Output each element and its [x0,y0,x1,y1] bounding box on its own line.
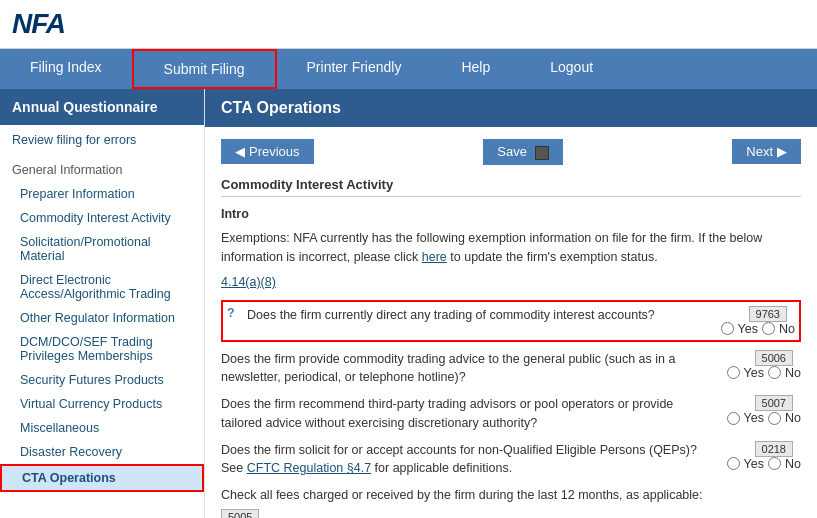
radio-group-2: Yes No [727,366,801,380]
sidebar: Annual Questionnaire Review filing for e… [0,89,205,518]
cb-badge-1: 5005 [221,509,259,518]
question-badge-2: 5006 [755,350,793,366]
answer-area-3: 5007 Yes No [701,395,801,425]
sidebar-security-futures[interactable]: Security Futures Products [0,368,204,392]
q4-no-radio[interactable] [768,457,781,470]
question-row-2: Does the firm provide commodity trading … [221,350,801,388]
nav-submit-filing[interactable]: Submit Filing [132,49,277,89]
sidebar-dcm-dco[interactable]: DCM/DCO/SEF Trading Privileges Membershi… [0,330,204,368]
sidebar-disaster-recovery[interactable]: Disaster Recovery [0,440,204,464]
question-row-1: ? Does the firm currently direct any tra… [221,300,801,342]
nav-filing-index[interactable]: Filing Index [0,49,132,89]
check-fees-label: Check all fees charged or received by th… [221,486,801,505]
radio-group-3: Yes No [727,411,801,425]
question-badge-1: 9763 [749,306,787,322]
sidebar-virtual-currency[interactable]: Virtual Currency Products [0,392,204,416]
nav-help[interactable]: Help [431,49,520,89]
question-badge-4: 0218 [755,441,793,457]
sidebar-section-general: General Information [0,158,204,182]
nav-printer-friendly[interactable]: Printer Friendly [277,49,432,89]
form-area: ◀ Previous Save Next ▶ Commodity Interes… [205,127,817,518]
sidebar-other-regulator[interactable]: Other Regulator Information [0,306,204,330]
header: NFA [0,0,817,49]
intro-reg: 4.14(a)(8) [221,273,801,292]
intro-body: Exemptions: NFA currently has the follow… [221,229,801,267]
question-text-1: Does the firm currently direct any tradi… [247,306,695,325]
question-row-3: Does the firm recommend third-party trad… [221,395,801,433]
q2-no-radio[interactable] [768,366,781,379]
q2-yes-radio[interactable] [727,366,740,379]
main-layout: Annual Questionnaire Review filing for e… [0,89,817,518]
intro-reg-link[interactable]: 4.14(a)(8) [221,275,276,289]
nav-buttons: ◀ Previous Save Next ▶ [221,139,801,165]
left-arrow-icon: ◀ [235,144,245,159]
question-row-4: Does the firm solicit for or accept acco… [221,441,801,479]
sidebar-commodity-interest[interactable]: Commodity Interest Activity [0,206,204,230]
save-button[interactable]: Save [483,139,562,165]
previous-button[interactable]: ◀ Previous [221,139,314,164]
answer-area-4: 0218 Yes No [701,441,801,471]
sidebar-miscellaneous[interactable]: Miscellaneous [0,416,204,440]
question-icon-1: ? [227,306,241,320]
sidebar-title: Annual Questionnaire [0,89,204,125]
checkbox-row-1: 5005 [221,509,801,518]
q1-yes-label: Yes [738,322,758,336]
radio-group-1: Yes No [721,322,795,336]
sidebar-review-link[interactable]: Review filing for errors [0,125,204,152]
q1-no-radio[interactable] [762,322,775,335]
nfa-logo: NFA [12,8,65,40]
save-disk-icon [535,146,549,160]
nav-logout[interactable]: Logout [520,49,623,89]
q3-no-radio[interactable] [768,412,781,425]
radio-group-4: Yes No [727,457,801,471]
section-header: Commodity Interest Activity [221,177,801,197]
intro-section: Intro Exemptions: NFA currently has the … [221,205,801,292]
q1-yes-radio[interactable] [721,322,734,335]
sidebar-preparer-info[interactable]: Preparer Information [0,182,204,206]
navbar: Filing Index Submit Filing Printer Frien… [0,49,817,89]
q3-yes-radio[interactable] [727,412,740,425]
next-button[interactable]: Next ▶ [732,139,801,164]
question-text-3: Does the firm recommend third-party trad… [221,395,701,433]
content-area: CTA Operations ◀ Previous Save Next ▶ [205,89,817,518]
question-text-2: Does the firm provide commodity trading … [221,350,701,388]
right-arrow-icon: ▶ [777,144,787,159]
cftc-reg-link[interactable]: CFTC Regulation §4.7 [247,461,371,475]
sidebar-cta-operations[interactable]: CTA Operations [0,464,204,492]
answer-area-1: 9763 Yes No [695,306,795,336]
sidebar-direct-electronic[interactable]: Direct Electronic Access/Algorithmic Tra… [0,268,204,306]
content-title: CTA Operations [205,89,817,127]
intro-here-link[interactable]: here [422,250,447,264]
q4-yes-radio[interactable] [727,457,740,470]
sidebar-solicitation[interactable]: Solicitation/Promotional Material [0,230,204,268]
q1-no-label: No [779,322,795,336]
intro-label: Intro [221,205,801,224]
question-text-4: Does the firm solicit for or accept acco… [221,441,701,479]
question-badge-3: 5007 [755,395,793,411]
answer-badge-row-1: 9763 [749,306,795,322]
answer-area-2: 5006 Yes No [701,350,801,380]
